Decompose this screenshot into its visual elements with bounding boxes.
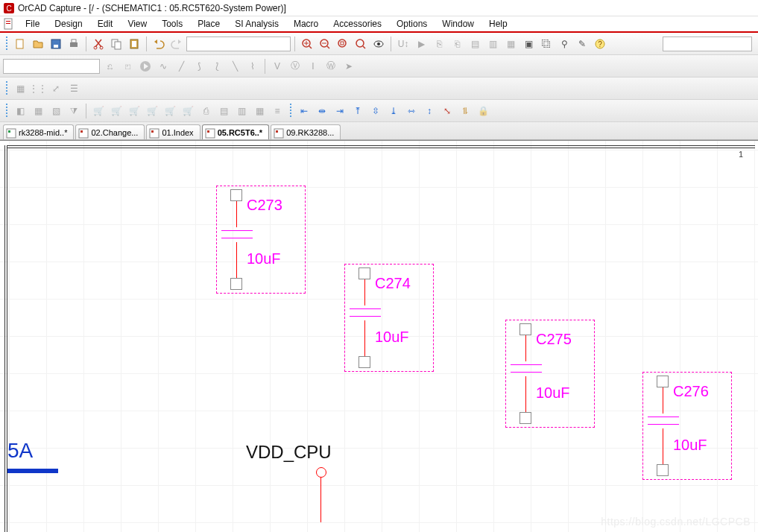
v-icon[interactable]: V (269, 58, 285, 75)
align-left-icon[interactable]: ⇤ (296, 103, 312, 119)
cart-list-icon[interactable]: 🛒 (162, 103, 178, 119)
grip-icon[interactable] (5, 37, 8, 51)
cart-add-icon[interactable]: 🛒 (90, 103, 107, 119)
resize-icon[interactable]: ⤡ (439, 103, 455, 119)
align-center-h-icon[interactable]: ⇹ (314, 103, 330, 119)
zoom-out-icon[interactable] (317, 36, 333, 52)
grip-icon[interactable] (289, 104, 292, 118)
capacitor-C276[interactable]: C276 10uF (642, 372, 732, 480)
zoom-fit-icon[interactable] (353, 36, 369, 52)
group2-icon[interactable]: ▧ (48, 103, 64, 119)
capacitor-ref-label[interactable]: C273 (247, 197, 282, 214)
undo-icon[interactable] (151, 36, 167, 52)
w-icon[interactable]: Ⓦ (323, 58, 339, 75)
net-label-vdd-cpu[interactable]: VDD_CPU (246, 442, 332, 463)
capacitor-pin-bottom[interactable] (359, 356, 370, 368)
capacitor-pin-top[interactable] (657, 376, 669, 387)
next-icon[interactable]: ▶ (413, 36, 429, 52)
i-icon[interactable]: I (305, 58, 321, 75)
table-icon[interactable]: ▤ (215, 103, 232, 119)
menu-si-analysis[interactable]: SI Analysis (227, 17, 286, 31)
capacitor-ref-label[interactable]: C274 (375, 275, 411, 292)
align-bottom-icon[interactable]: ⤓ (385, 103, 402, 119)
drc-icon[interactable]: ✎ (574, 36, 590, 52)
capacitor-pin-top[interactable] (230, 189, 242, 201)
capacitor-pin-bottom[interactable] (657, 464, 669, 476)
print-icon[interactable] (66, 36, 82, 52)
group1-icon[interactable]: ▦ (30, 103, 46, 119)
distribute-h-icon[interactable]: ⇿ (403, 103, 420, 119)
report-icon[interactable]: ▥ (233, 103, 250, 119)
coil-left-icon[interactable]: ⟅ (209, 58, 225, 75)
tab-01-index[interactable]: 01.Index (146, 124, 200, 139)
find-combo[interactable] (186, 37, 291, 51)
capacitor-pin-top[interactable] (519, 323, 531, 335)
menu-tools[interactable]: Tools (154, 17, 190, 31)
menu-edit[interactable]: Edit (90, 17, 121, 31)
menu-view[interactable]: View (120, 17, 154, 31)
script-icon[interactable]: ⎙ (198, 103, 214, 119)
menu-window[interactable]: Window (435, 17, 481, 31)
redo-icon[interactable] (168, 36, 185, 52)
capacitor-ref-label[interactable]: C276 (673, 383, 709, 400)
grip-icon[interactable] (5, 81, 8, 96)
schematic-canvas[interactable]: 1 C273 10uF C274 10uF C275 10uF (0, 140, 758, 532)
snap-icon[interactable]: ⤢ (48, 80, 64, 97)
save-icon[interactable] (48, 36, 64, 52)
arrow-right-icon[interactable]: ➤ (341, 58, 357, 75)
capacitor-value-label[interactable]: 10uF (673, 437, 707, 454)
cart-remove-icon[interactable]: 🛒 (108, 103, 124, 119)
layers-icon[interactable]: ☰ (66, 80, 82, 97)
new-icon[interactable] (12, 36, 28, 52)
circle-v-icon[interactable]: Ⓥ (287, 58, 303, 75)
menu-design[interactable]: Design (47, 17, 89, 31)
u-icon[interactable]: U↕ (395, 36, 411, 52)
menu-options[interactable]: Options (389, 17, 435, 31)
copy-group-icon[interactable]: ⿻ (538, 36, 555, 52)
list-icon[interactable]: ≡ (269, 103, 285, 119)
cart-go-icon[interactable]: 🛒 (144, 103, 160, 119)
cut-icon[interactable] (90, 36, 107, 52)
capacitor-value-label[interactable]: 10uF (247, 250, 281, 267)
next-sheet-icon[interactable]: ⎗ (449, 36, 465, 52)
lock-icon[interactable]: 🔒 (475, 103, 491, 119)
capacitor-C275[interactable]: C275 10uF (505, 320, 595, 428)
find-icon[interactable]: ⚲ (556, 36, 572, 52)
align-center-v-icon[interactable]: ⇳ (367, 103, 384, 119)
grid-icon[interactable]: ▦ (502, 36, 519, 52)
waveform-icon[interactable]: ∿ (155, 58, 171, 75)
menu-macro[interactable]: Macro (286, 17, 326, 31)
select-area-icon[interactable]: ▣ (520, 36, 537, 52)
capacitor-pin-bottom[interactable] (230, 278, 242, 290)
place-net-icon[interactable]: ⏍ (119, 58, 136, 75)
tab-05-rc5t6[interactable]: 05.RC5T6..* (202, 124, 270, 139)
slash-right-icon[interactable]: ╲ (227, 58, 243, 75)
capacitor-value-label[interactable]: 10uF (375, 329, 409, 346)
view-icon[interactable] (370, 36, 387, 52)
help-icon[interactable]: ? (592, 36, 608, 52)
cart-config-icon[interactable]: 🛒 (180, 103, 196, 119)
menu-file[interactable]: File (18, 17, 47, 31)
capacitor-ref-label[interactable]: C275 (536, 331, 572, 348)
zoom-in-icon[interactable] (299, 36, 315, 52)
align-right-icon[interactable]: ⇥ (332, 103, 348, 119)
capacitor-pin-top[interactable] (359, 267, 370, 279)
coil-right-icon[interactable]: ⟆ (191, 58, 207, 75)
capacitor-C273[interactable]: C273 10uF (216, 186, 306, 294)
hierarchy-down-icon[interactable]: ▤ (467, 36, 483, 52)
vflip-icon[interactable]: ⥮ (457, 103, 473, 119)
filter-icon[interactable]: ⧩ (66, 103, 82, 119)
cart-icon[interactable]: 🛒 (126, 103, 142, 119)
paste-icon[interactable] (126, 36, 142, 52)
prev-sheet-icon[interactable]: ⎘ (431, 36, 447, 52)
slash-left-icon[interactable]: ╱ (173, 58, 189, 75)
net-wire[interactable] (320, 478, 321, 522)
net-terminal-icon[interactable] (316, 467, 326, 478)
place-part-icon[interactable]: ⎌ (101, 58, 118, 75)
coil-icon[interactable]: ⌇ (244, 58, 261, 75)
grid-dots-icon[interactable]: ⋮⋮ (30, 80, 46, 97)
grip-icon[interactable] (5, 104, 8, 118)
props-icon[interactable]: ▦ (251, 103, 268, 119)
search-input[interactable] (663, 37, 752, 51)
align-top-icon[interactable]: ⤒ (350, 103, 366, 119)
